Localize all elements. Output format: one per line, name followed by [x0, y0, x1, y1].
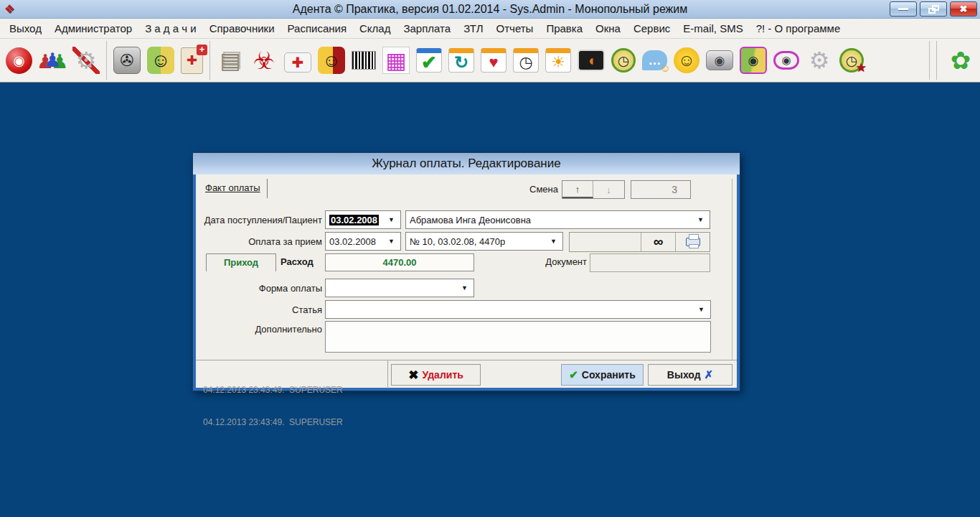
restore-button[interactable] [920, 1, 947, 17]
menu-item-warehouse[interactable]: Склад [353, 22, 397, 34]
tab-separator [267, 179, 268, 198]
eye-icon[interactable]: ◉ [773, 51, 799, 70]
menu-item-reports[interactable]: Отчеты [490, 22, 540, 34]
settings-tools-icon[interactable]: ⚙ [72, 47, 100, 74]
smiley-finder-icon[interactable]: ☺ [318, 47, 345, 74]
toolbar: ◉ ♟ ⚙ ✇ ☺ ✚ ▤ ☣ ✚ ☺ ▦ ✔ ↻ ♥ ◷ ☀ ◖ ◷ … ☺ … [0, 39, 980, 83]
menu-item-service[interactable]: Сервис [627, 22, 677, 34]
alarm-clock-icon[interactable]: ◷ [611, 48, 636, 73]
menu-item-salary[interactable]: Зарплата [397, 22, 457, 34]
document-field[interactable] [590, 253, 710, 272]
application-window: ❖ Адента © Практика, версия 01.02.2014 -… [0, 0, 980, 517]
additional-field[interactable] [325, 321, 711, 353]
statusbar-separator [387, 360, 388, 388]
printer-icon [686, 238, 700, 246]
shift-value-field[interactable]: 3 [631, 180, 691, 199]
document-label: Документ [533, 256, 587, 267]
binoculars-icon: ∞ [654, 234, 664, 250]
window-titlebar: ❖ Адента © Практика, версия 01.02.2014 -… [0, 0, 980, 19]
users-pawns-icon[interactable]: ♟ [39, 47, 66, 74]
power-icon[interactable]: ◉ [6, 47, 32, 74]
calendar-heart-icon[interactable]: ♥ [481, 48, 507, 73]
menu-item-email-sms[interactable]: E-mail, SMS [677, 22, 749, 34]
delete-label: Удалить [422, 369, 463, 381]
menu-item-tasks[interactable]: З а д а ч и [138, 22, 203, 34]
camera-icon[interactable]: ◉ [706, 50, 733, 70]
shift-spinner: ↑ ↓ [562, 180, 625, 199]
payment-form-combobox[interactable]: ▼ [325, 279, 474, 297]
schedule-grid-icon[interactable]: ▦ [382, 47, 410, 74]
gear-figure-icon[interactable]: ⚙ [806, 47, 833, 74]
eye-frame-icon[interactable]: ◉ [740, 47, 767, 74]
toolbar-separator [106, 41, 107, 80]
surprised-smiley-icon[interactable]: ☺ [674, 47, 699, 73]
close-icon: ✖ [960, 4, 968, 14]
save-button[interactable]: ✔ Сохранить [561, 364, 644, 386]
menu-item-directories[interactable]: Справочники [203, 22, 281, 34]
exit-button[interactable]: Выход ✗ [648, 364, 732, 386]
chevron-down-icon[interactable]: ▼ [456, 284, 473, 292]
shift-up-button[interactable]: ↑ [562, 181, 593, 198]
shift-down-button[interactable]: ↓ [593, 181, 624, 198]
menu-item-administrator[interactable]: Администратор [48, 22, 138, 34]
minimize-icon [898, 8, 908, 10]
article-label: Статья [196, 304, 322, 315]
finder-face-icon[interactable]: ☺ [147, 47, 174, 74]
calendar-refresh-icon[interactable]: ↻ [448, 48, 474, 73]
save-check-icon: ✔ [569, 368, 578, 381]
books-stack-icon[interactable]: ▤ [217, 47, 244, 74]
payment-journal-dialog: Журнал оплаты. Редактирование Факт оплат… [192, 152, 740, 391]
tab-payment-fact[interactable]: Факт оплаты [205, 182, 260, 193]
payment-date-value: 03.02.2008 [329, 236, 376, 247]
chevron-down-icon[interactable]: ▼ [382, 216, 400, 223]
exit-x-icon: ✗ [705, 368, 714, 381]
menu-item-windows[interactable]: Окна [589, 22, 627, 34]
minimize-button[interactable] [890, 1, 917, 17]
payment-for-visit-label: Оплата за прием [196, 236, 322, 247]
calendar-clock-icon[interactable]: ◷ [513, 48, 539, 73]
menu-item-edit[interactable]: Правка [540, 22, 589, 34]
receipt-date-value: 03.02.2008 [329, 215, 379, 225]
icq-flower-icon[interactable]: ✿ [947, 47, 974, 74]
modified-stamp: 04.12.2013 23:43:49. SUPERUSER [203, 417, 343, 428]
alarm-star-icon[interactable]: ◷ [839, 48, 864, 73]
delete-button[interactable]: ✖ Удалить [391, 364, 481, 386]
receipt-date-combobox[interactable]: 03.02.2008 ▼ [325, 210, 401, 229]
video-camera-icon[interactable]: ✇ [113, 47, 141, 74]
record-audit-info: 04.12.2013 23:43:49. SUPERUSER 04.12.201… [203, 363, 343, 450]
patient-combobox[interactable]: Абрамова Инга Деонисовна ▼ [405, 210, 710, 229]
window-controls: ✖ [890, 1, 977, 17]
search-button[interactable]: ∞ [641, 233, 675, 251]
print-button[interactable] [675, 233, 710, 251]
medical-card-icon[interactable]: ✚ [181, 47, 203, 74]
delete-x-icon: ✖ [408, 368, 418, 383]
chevron-down-icon[interactable]: ▼ [545, 238, 562, 245]
firstaid-kit-icon[interactable]: ✚ [284, 52, 311, 73]
payment-form-label: Форма оплаты [196, 283, 322, 294]
menu-item-about[interactable]: ?! - О программе [750, 22, 847, 34]
expense-tab[interactable]: Расход [281, 256, 322, 267]
amount-field[interactable]: 4470.00 [325, 253, 474, 271]
calendar-sun-icon[interactable]: ☀ [545, 48, 571, 73]
payment-date-combobox[interactable]: 03.02.2008 ▼ [325, 232, 401, 251]
chevron-down-icon[interactable]: ▼ [692, 216, 710, 223]
menu-item-exit[interactable]: Выход [3, 22, 48, 34]
chevron-down-icon[interactable]: ▼ [692, 306, 710, 313]
chevron-down-icon[interactable]: ▼ [382, 238, 400, 245]
barcode-icon[interactable] [352, 51, 376, 70]
biohazard-icon[interactable]: ☣ [250, 47, 278, 74]
chat-bubbles-icon[interactable]: … [642, 50, 667, 70]
toolbar-separator [209, 41, 210, 80]
save-label: Сохранить [582, 369, 636, 381]
menu-item-ztl[interactable]: ЗТЛ [457, 22, 489, 34]
search-field[interactable]: ∞ [569, 232, 710, 252]
close-button[interactable]: ✖ [950, 1, 977, 17]
payment-reference-combobox[interactable]: № 10, 03.02.08, 4470р ▼ [405, 232, 563, 251]
income-tab[interactable]: Приход [206, 253, 276, 271]
calendar-check-icon[interactable]: ✔ [416, 48, 442, 73]
article-combobox[interactable]: ▼ [325, 300, 711, 319]
dialog-title[interactable]: Журнал оплаты. Редактирование [193, 153, 740, 174]
menu-item-schedules[interactable]: Расписания [281, 22, 353, 34]
created-stamp: 04.12.2013 23:43:49. SUPERUSER [203, 385, 343, 396]
tv-toucan-icon[interactable]: ◖ [578, 50, 605, 71]
